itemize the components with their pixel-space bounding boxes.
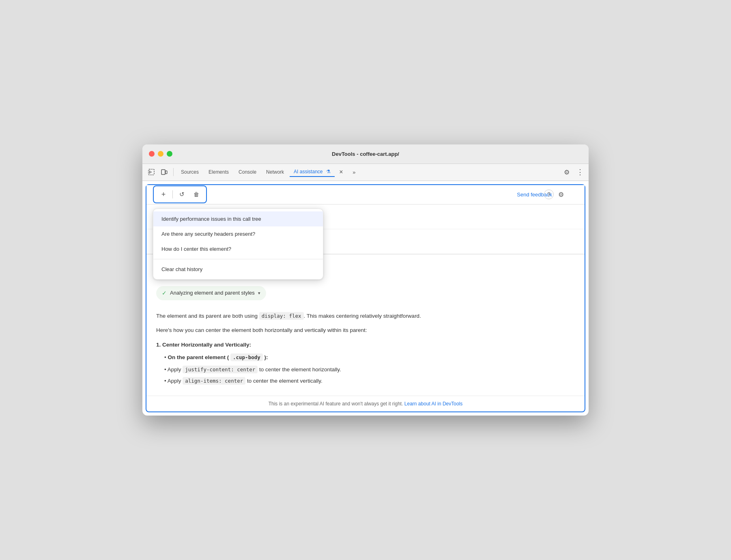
device-toggle-icon[interactable] <box>159 166 170 178</box>
traffic-lights <box>149 151 172 157</box>
header-separator-1 <box>172 190 173 198</box>
ai-panel: + ↺ 🗑 Identify performance issues in thi… <box>146 184 585 412</box>
panel-header-right: ? ⚙ <box>544 189 567 200</box>
dropdown-divider <box>153 259 323 259</box>
tab-elements[interactable]: Elements <box>204 168 233 177</box>
minimize-button[interactable] <box>158 151 163 157</box>
code-cup-body: .cup-body <box>230 353 263 361</box>
bullet-1-label: • On the parent element ( .cup-body ): <box>164 353 268 361</box>
devtools-window: DevTools - coffee-cart.app/ Sources Elem… <box>142 144 589 416</box>
footer: This is an experimental AI feature and w… <box>146 396 585 411</box>
check-icon-2: ✓ <box>162 289 167 297</box>
help-button[interactable]: ? <box>544 190 554 199</box>
badge-analyzing-styles[interactable]: ✓ Analyzing element and parent styles ▾ <box>156 286 266 300</box>
more-tabs-button[interactable]: » <box>348 166 360 178</box>
sub-bullet-1a: • Apply justify-content: center to cente… <box>164 365 575 374</box>
tab-ai-assistance[interactable]: AI assistance ⚗ <box>290 167 335 177</box>
svg-rect-4 <box>166 171 167 174</box>
content-paragraph-1: The element and its parent are both usin… <box>156 312 575 321</box>
window-title: DevTools - coffee-cart.app/ <box>332 151 399 157</box>
chevron-down-icon-2: ▾ <box>258 290 260 297</box>
dropdown-item-performance[interactable]: Identify performance issues in this call… <box>153 211 323 226</box>
learn-about-ai-link[interactable]: Learn about AI in DevTools <box>404 401 462 407</box>
header-actions: + ↺ 🗑 <box>153 185 207 203</box>
clear-chat-history-button[interactable]: Clear chat history <box>153 262 323 277</box>
devtools-toolbar: Sources Elements Console Network AI assi… <box>142 164 589 181</box>
toolbar-separator-1 <box>173 168 174 176</box>
sub-bullet-1b: • Apply align-items: center to center th… <box>164 377 575 386</box>
tab-console[interactable]: Console <box>234 168 260 177</box>
settings-icon[interactable]: ⚙ <box>561 166 572 178</box>
panel-header: + ↺ 🗑 Identify performance issues in thi… <box>146 185 585 205</box>
cursor-icon[interactable] <box>146 166 157 178</box>
history-button[interactable]: ↺ <box>176 189 187 200</box>
footer-text: This is an experimental AI feature and w… <box>269 401 404 407</box>
section-1-title: 1. Center Horizontally and Vertically: <box>156 340 575 349</box>
code-align-items: align-items: center <box>183 377 245 385</box>
dropdown-item-center[interactable]: How do I center this element? <box>153 241 323 256</box>
close-button[interactable] <box>149 151 155 157</box>
new-chat-button[interactable]: + <box>158 189 169 200</box>
svg-rect-3 <box>161 170 165 174</box>
dropdown-menu: Identify performance issues in this call… <box>153 209 323 280</box>
sub-1a-text: • Apply justify-content: center to cente… <box>164 366 341 373</box>
dropdown-item-security[interactable]: Are there any security headers present? <box>153 226 323 241</box>
code-justify-content: justify-content: center <box>183 366 258 373</box>
tab-sources[interactable]: Sources <box>177 168 203 177</box>
title-bar: DevTools - coffee-cart.app/ <box>142 144 589 164</box>
badge-2-label: Analyzing element and parent styles <box>170 289 255 297</box>
beaker-icon: ⚗ <box>326 169 331 174</box>
content-paragraph-2: Here's how you can center the element bo… <box>156 326 575 335</box>
close-tab-button[interactable]: × <box>335 166 347 178</box>
bullet-1: • On the parent element ( .cup-body ): <box>164 353 575 362</box>
panel-settings-button[interactable]: ⚙ <box>555 189 567 200</box>
more-options-icon[interactable]: ⋮ <box>574 166 585 178</box>
sub-1b-text: • Apply align-items: center to center th… <box>164 377 322 385</box>
maximize-button[interactable] <box>167 151 172 157</box>
code-display-flex: display: flex <box>259 312 304 320</box>
delete-button[interactable]: 🗑 <box>191 189 202 200</box>
tab-network[interactable]: Network <box>262 168 288 177</box>
toolbar-right: ⚙ ⋮ <box>561 166 585 178</box>
